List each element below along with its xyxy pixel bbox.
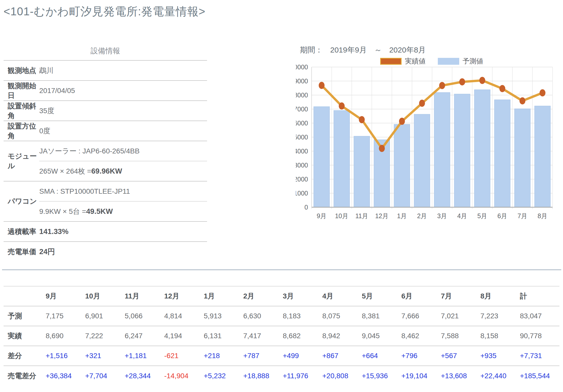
- legend-label-actual: 実績値: [405, 57, 426, 66]
- svg-text:5月: 5月: [477, 212, 487, 219]
- svg-text:10000: 10000: [296, 65, 308, 71]
- facility-row-value: 35度: [39, 101, 207, 121]
- monthly-row-予測: 予測7,1756,9015,0664,8145,9136,6308,1838,0…: [4, 306, 559, 326]
- monthly-cell: +935: [480, 346, 520, 366]
- monthly-cell: 8,942: [322, 326, 362, 346]
- monthly-cell: +218: [204, 346, 243, 366]
- facility-row-value: 2017/04/05: [39, 81, 207, 100]
- monthly-results-table: 9月10月11月12月1月2月3月4月5月6月7月8月計 予測7,1756,90…: [4, 286, 559, 386]
- monthly-column-header: 7月: [441, 286, 480, 306]
- monthly-cell: +664: [362, 346, 401, 366]
- monthly-cell: 7,588: [441, 326, 480, 346]
- monthly-cell: 7,417: [243, 326, 283, 346]
- facility-row-value: JAソーラー : JAP6-60-265/4BB: [39, 141, 207, 161]
- section-divider: [2, 269, 561, 270]
- svg-text:8月: 8月: [538, 212, 547, 219]
- svg-text:0: 0: [304, 204, 308, 211]
- monthly-cell: +13,608: [441, 366, 480, 386]
- facility-row-value: 9.9KW × 5台 = 49.5KW: [39, 201, 207, 221]
- facility-info-panel: 設備情報 観測地点鵡川観測開始日2017/04/05設置傾斜角35度設置方位角0…: [4, 42, 207, 262]
- legend-item-forecast: 予測値: [438, 57, 483, 66]
- generation-chart: 0100020003000400050006000700080009000100…: [296, 65, 563, 223]
- monthly-cell: +796: [401, 346, 441, 366]
- monthly-cell: 8,381: [362, 306, 401, 326]
- facility-row: 設置傾斜角35度: [4, 100, 207, 121]
- page-title: <101-むかわ町汐見発電所:発電量情報>: [4, 4, 206, 19]
- facility-row-label: 設置傾斜角: [4, 101, 39, 121]
- monthly-cell: +36,384: [46, 366, 85, 386]
- facility-row: 過積載率141.33%: [4, 221, 207, 241]
- facility-row-value: 0度: [39, 121, 207, 141]
- facility-row-label: 観測地点: [4, 61, 39, 80]
- monthly-cell: 7,175: [46, 306, 85, 326]
- monthly-column-header: 3月: [283, 286, 322, 306]
- facility-row: パワコンSMA : STP10000TLEE-JP119.9KW × 5台 = …: [4, 181, 207, 221]
- monthly-cell: 7,666: [401, 306, 441, 326]
- facility-info-header: 設備情報: [4, 42, 207, 60]
- svg-text:5000: 5000: [296, 134, 308, 141]
- monthly-cell: +28,344: [125, 366, 164, 386]
- monthly-cell: -14,904: [164, 366, 204, 386]
- monthly-cell: 4,194: [164, 326, 204, 346]
- forecast-swatch-icon: [438, 58, 459, 65]
- facility-row: 設置方位角0度: [4, 121, 207, 141]
- monthly-cell: 8,158: [480, 326, 520, 346]
- svg-text:4月: 4月: [457, 212, 467, 219]
- monthly-row-売電差分: 売電差分+36,384+7,704+28,344-14,904+5,232+18…: [4, 366, 559, 386]
- monthly-row-label: 予測: [4, 306, 46, 326]
- svg-text:7000: 7000: [296, 106, 308, 113]
- monthly-row-label: 差分: [4, 346, 46, 366]
- monthly-cell: +321: [85, 346, 125, 366]
- monthly-cell: 8,690: [46, 326, 85, 346]
- svg-text:10月: 10月: [335, 212, 349, 219]
- monthly-cell: 4,814: [164, 306, 204, 326]
- monthly-row-label: 実績: [4, 326, 46, 346]
- facility-row-label: 売電単価: [4, 242, 39, 262]
- monthly-column-header: 1月: [204, 286, 243, 306]
- facility-row-label: 過積載率: [4, 222, 39, 241]
- monthly-cell: 8,075: [322, 306, 362, 326]
- monthly-row-差分: 差分+1,516+321+1,181-621+218+787+499+867+6…: [4, 346, 559, 366]
- monthly-cell: +185,544: [520, 366, 559, 386]
- monthly-cell: +7,731: [520, 346, 559, 366]
- monthly-cell: +7,704: [85, 366, 125, 386]
- monthly-column-header: 12月: [164, 286, 204, 306]
- monthly-cell: 6,630: [243, 306, 283, 326]
- monthly-cell: 8,682: [283, 326, 322, 346]
- facility-row-value: 265W × 264枚 = 69.96KW: [39, 161, 207, 181]
- monthly-header-row: 9月10月11月12月1月2月3月4月5月6月7月8月計: [4, 286, 559, 306]
- svg-text:11月: 11月: [355, 212, 368, 219]
- monthly-cell: 83,047: [520, 306, 559, 326]
- monthly-cell: 90,778: [520, 326, 559, 346]
- svg-text:7月: 7月: [517, 212, 527, 219]
- monthly-row-label: 売電差分: [4, 366, 46, 386]
- facility-row-value: 鵡川: [39, 61, 207, 80]
- monthly-cell: 8,462: [401, 326, 441, 346]
- chart-legend: 実績値 予測値: [380, 57, 483, 66]
- monthly-cell: 5,913: [204, 306, 243, 326]
- facility-row: モジュールJAソーラー : JAP6-60-265/4BB265W × 264枚…: [4, 141, 207, 181]
- monthly-cell: 6,901: [85, 306, 125, 326]
- svg-text:3000: 3000: [296, 162, 308, 169]
- svg-text:8000: 8000: [296, 92, 308, 99]
- svg-text:9000: 9000: [296, 77, 308, 85]
- period-label: 期間：: [300, 45, 323, 55]
- monthly-corner-cell: [4, 286, 46, 306]
- monthly-row-実績: 実績8,6907,2226,2474,1946,1317,4178,6828,9…: [4, 326, 559, 346]
- svg-text:4000: 4000: [296, 148, 308, 155]
- monthly-cell: +867: [322, 346, 362, 366]
- monthly-cell: 9,045: [362, 326, 401, 346]
- facility-row-value: 141.33%: [39, 222, 207, 241]
- svg-text:2月: 2月: [417, 212, 427, 219]
- facility-row-value: SMA : STP10000TLEE-JP11: [39, 181, 207, 201]
- period-start-value: 2019年9月: [330, 45, 367, 55]
- monthly-column-header: 5月: [362, 286, 401, 306]
- monthly-cell: +1,181: [125, 346, 164, 366]
- monthly-column-header: 6月: [401, 286, 441, 306]
- monthly-cell: +15,936: [362, 366, 401, 386]
- monthly-column-header: 10月: [85, 286, 125, 306]
- period-separator: ～: [374, 45, 382, 55]
- facility-row-label: 観測開始日: [4, 81, 39, 100]
- monthly-cell: +22,440: [480, 366, 520, 386]
- monthly-cell: 6,247: [125, 326, 164, 346]
